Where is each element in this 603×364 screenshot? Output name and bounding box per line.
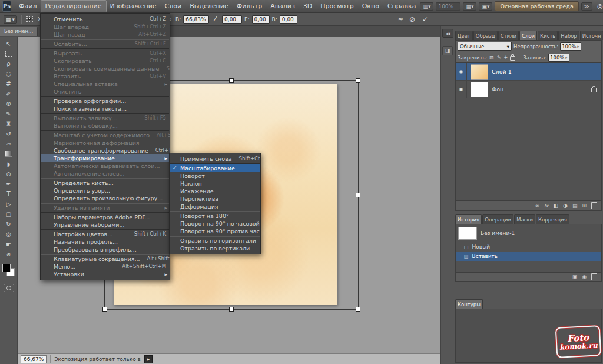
transform-handle-bottom-center[interactable] bbox=[229, 307, 234, 312]
mi-find-replace[interactable]: Поиск и замена текста... bbox=[41, 105, 170, 112]
tool-blur[interactable]: ◗ bbox=[2, 159, 16, 168]
tool-clone-stamp[interactable]: ♜ bbox=[2, 119, 16, 128]
smi-warp[interactable]: Деформация bbox=[170, 203, 260, 210]
lock-position-icon[interactable]: + bbox=[503, 55, 509, 60]
smi-transform-again[interactable]: Применить сноваShift+Ctrl+T bbox=[170, 155, 260, 163]
layer-effects-icon[interactable]: fx bbox=[544, 203, 549, 209]
smi-rotate-90-cw[interactable]: Поворот на 90° по часовой bbox=[170, 220, 260, 227]
menu-3d[interactable]: 3D bbox=[299, 1, 316, 12]
mi-adobe-pdf-presets[interactable]: Наборы параметров Adobe PDF... bbox=[41, 213, 170, 221]
mi-keyboard-shortcuts[interactable]: Клавиатурные сокращения...Alt+Shift+Ctrl… bbox=[41, 255, 170, 263]
delete-state-icon[interactable] bbox=[591, 273, 597, 280]
layer-group-icon[interactable]: ▤ bbox=[572, 203, 578, 209]
mi-define-pattern[interactable]: Определить узор... bbox=[41, 187, 170, 194]
mi-check-spelling[interactable]: Проверка орфографии... bbox=[41, 97, 170, 105]
zoom-field[interactable]: 66,67% bbox=[21, 355, 47, 363]
tool-3d-camera[interactable]: ◎ bbox=[2, 229, 16, 239]
link-layers-icon[interactable]: ∞ bbox=[535, 203, 540, 209]
expand-panels-icon[interactable]: ◀◀ bbox=[442, 29, 453, 38]
cancel-transform-button[interactable]: ⊘ bbox=[407, 15, 418, 24]
tab-history[interactable]: История bbox=[455, 214, 482, 224]
mi-menus[interactable]: Меню...Alt+Shift+Ctrl+M bbox=[41, 263, 170, 270]
tool-shape[interactable]: ▢ bbox=[2, 209, 16, 219]
mi-auto-blend-layers[interactable]: Автоналожение слоев... bbox=[41, 170, 170, 177]
smi-rotate[interactable]: Поворот bbox=[170, 172, 260, 180]
menu-help[interactable]: Справка bbox=[383, 1, 420, 12]
tool-path-selection[interactable]: ▷ bbox=[2, 199, 16, 209]
menu-image[interactable]: Изображение bbox=[106, 1, 161, 12]
menu-view[interactable]: Просмотр bbox=[316, 1, 357, 12]
history-step-paste[interactable]: ▤ Вставить bbox=[456, 252, 601, 261]
delete-layer-icon[interactable] bbox=[591, 202, 597, 209]
layer-thumbnail[interactable] bbox=[471, 64, 488, 80]
photoshop-logo[interactable]: Ps bbox=[2, 1, 11, 12]
tab-adjustments[interactable]: Коррекция bbox=[536, 214, 569, 224]
arrange-documents-icon[interactable]: ▦▾ bbox=[463, 2, 476, 11]
tab-layers[interactable]: Слои bbox=[519, 31, 537, 40]
mi-transform[interactable]: Трансформирование▶ bbox=[41, 154, 170, 162]
smi-rotate-180[interactable]: Поворот на 180° bbox=[170, 212, 260, 220]
tool-gradient[interactable] bbox=[2, 149, 16, 158]
view-extras-icon[interactable]: ▥▾ bbox=[420, 2, 433, 11]
tab-color[interactable]: Цвет bbox=[455, 31, 473, 40]
tab-swatches[interactable]: Образц bbox=[473, 31, 498, 40]
fill-field[interactable]: 100% ▸ bbox=[548, 54, 569, 62]
transform-handle-top-right[interactable] bbox=[356, 78, 360, 83]
blend-mode-select[interactable]: Обычные ▾ bbox=[458, 42, 512, 51]
commit-transform-button[interactable]: ✓ bbox=[420, 15, 430, 24]
mi-copy[interactable]: СкопироватьCtrl+C bbox=[41, 57, 170, 65]
layer-thumbnail[interactable] bbox=[471, 82, 488, 97]
screen-mode-icon[interactable]: ▣▾ bbox=[479, 2, 492, 11]
mi-paste[interactable]: ВставитьCtrl+V bbox=[41, 72, 170, 80]
transform-handle-bottom-right[interactable] bbox=[356, 307, 360, 312]
mi-color-settings[interactable]: Настройка цветов...Shift+Ctrl+K bbox=[41, 230, 170, 238]
add-mask-icon[interactable]: ◧ bbox=[554, 203, 559, 209]
mi-fade[interactable]: Ослабить...Shift+Ctrl+F bbox=[41, 40, 170, 48]
status-menu-button[interactable]: ▶ bbox=[144, 355, 153, 363]
smi-flip-vertical[interactable]: Отразить по вертикали bbox=[170, 244, 260, 252]
layer-row-background[interactable]: ◉ Фон bbox=[456, 81, 601, 98]
menu-analysis[interactable]: Анализ bbox=[266, 1, 299, 12]
tool-history-brush[interactable]: ↺ bbox=[2, 129, 16, 138]
warp-mode-icon[interactable]: ≈ bbox=[397, 15, 405, 23]
adjustment-layer-icon[interactable]: ◑ bbox=[563, 203, 568, 209]
mi-clear[interactable]: Очистить bbox=[41, 88, 170, 95]
tool-dodge[interactable]: ⊙ bbox=[2, 169, 16, 178]
lock-transparency-icon[interactable]: ▨ bbox=[489, 55, 495, 60]
history-snapshot-row[interactable]: Без имени-1 bbox=[456, 224, 601, 242]
reference-point-locator[interactable] bbox=[26, 16, 34, 23]
tool-eyedropper[interactable]: ✐ bbox=[2, 89, 16, 98]
tool-hand[interactable]: ☛ bbox=[2, 239, 16, 249]
mi-auto-align-layers[interactable]: Автоматически выравнивать слои... bbox=[41, 162, 170, 170]
tab-masks[interactable]: Маски bbox=[514, 214, 535, 224]
lock-all-icon[interactable] bbox=[510, 56, 515, 61]
smi-skew[interactable]: Наклон bbox=[170, 180, 260, 187]
tool-healing-brush[interactable]: ⊕ bbox=[2, 99, 16, 108]
workspace-button[interactable]: Основная рабочая среда bbox=[495, 1, 578, 11]
menu-edit[interactable]: Редактирование bbox=[41, 1, 106, 12]
tool-zoom[interactable]: ⌀ bbox=[2, 249, 16, 259]
history-step-new[interactable]: ▢ Новый bbox=[456, 242, 601, 252]
tool-lasso[interactable]: ϱ bbox=[2, 59, 16, 68]
mi-stroke[interactable]: Выполнить обводку... bbox=[41, 122, 170, 130]
tool-eraser[interactable]: ▱ bbox=[2, 139, 16, 148]
lock-paint-icon[interactable]: ✎ bbox=[496, 55, 502, 60]
collapsed-panel-icon[interactable]: ◨ bbox=[442, 46, 453, 55]
zoom-level-field[interactable]: 100% bbox=[436, 2, 460, 11]
mi-cut[interactable]: ВырезатьCtrl+X bbox=[41, 49, 170, 57]
menu-file[interactable]: Файл bbox=[15, 1, 41, 12]
opacity-field[interactable]: 100% ▸ bbox=[560, 42, 581, 51]
v-skew-input[interactable] bbox=[280, 15, 297, 24]
menu-window[interactable]: Окно bbox=[358, 1, 383, 12]
angle-input[interactable] bbox=[222, 15, 242, 24]
tab-brush[interactable]: Кисть bbox=[538, 31, 558, 40]
transform-handle-top-center[interactable] bbox=[229, 78, 234, 83]
tab-styles[interactable]: Стили bbox=[498, 31, 519, 40]
mi-paste-special[interactable]: Специальная вставка▶ bbox=[41, 80, 170, 88]
mi-undo[interactable]: ОтменитьCtrl+Z bbox=[41, 15, 170, 23]
tool-3d-rotate[interactable]: ↻ bbox=[2, 219, 16, 229]
mi-puppet-warp[interactable]: Марионеточная деформация bbox=[41, 139, 170, 147]
document-tab[interactable]: Без имен... bbox=[0, 27, 38, 36]
height-input[interactable] bbox=[183, 15, 209, 24]
tab-actions[interactable]: Операции bbox=[482, 214, 513, 224]
